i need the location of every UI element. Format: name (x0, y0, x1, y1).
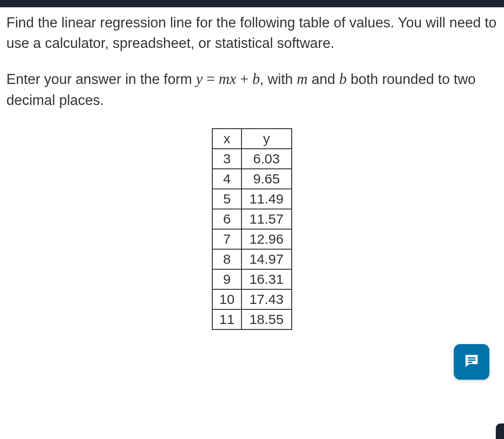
svg-rect-2 (468, 362, 472, 363)
eq-b: b (252, 71, 260, 87)
chat-icon (462, 352, 481, 372)
var-m: m (297, 71, 308, 87)
form-text-1: Enter your answer in the form (6, 71, 196, 87)
form-instruction: Enter your answer in the form y = mx + b… (6, 68, 498, 111)
table-row: 1118.55 (212, 309, 291, 329)
cell-x: 6 (212, 209, 241, 229)
cell-x: 9 (212, 269, 241, 289)
table-row: 814.97 (212, 249, 291, 269)
table-row: 36.03 (212, 149, 291, 169)
cell-y: 11.57 (242, 209, 292, 229)
table-row: 712.96 (212, 229, 291, 249)
cell-x: 5 (212, 189, 241, 209)
svg-rect-0 (468, 357, 476, 359)
cell-x: 7 (212, 229, 241, 249)
eq-y: y (196, 71, 203, 87)
eq-plus: + (236, 71, 252, 87)
top-bar (0, 0, 504, 7)
cell-y: 6.03 (242, 149, 292, 169)
form-text-2: , with (260, 71, 297, 87)
corner-decoration (496, 423, 504, 439)
cell-y: 17.43 (242, 289, 292, 309)
table-row: 49.65 (212, 169, 291, 189)
var-b: b (339, 71, 347, 87)
table-row: 916.31 (212, 269, 291, 289)
cell-y: 14.97 (242, 249, 292, 269)
form-text-3: and (308, 71, 339, 87)
header-y: y (242, 129, 292, 149)
cell-x: 3 (212, 149, 241, 169)
svg-rect-1 (468, 360, 476, 361)
cell-y: 9.65 (242, 169, 292, 189)
cell-y: 11.49 (242, 189, 292, 209)
eq-equals: = (203, 71, 219, 87)
table-wrapper: x y 36.0349.65511.49611.57712.96814.9791… (6, 128, 498, 330)
table-row: 511.49 (212, 189, 291, 209)
cell-x: 11 (212, 309, 241, 329)
cell-y: 16.31 (242, 269, 292, 289)
table-row: 611.57 (212, 209, 291, 229)
cell-x: 10 (212, 289, 241, 309)
header-x: x (212, 129, 241, 149)
instruction-text: Find the linear regression line for the … (6, 13, 498, 54)
cell-y: 18.55 (242, 309, 292, 329)
cell-x: 8 (212, 249, 241, 269)
table-row: 1017.43 (212, 289, 291, 309)
question-content: Find the linear regression line for the … (0, 7, 504, 330)
cell-x: 4 (212, 169, 241, 189)
eq-mx: mx (219, 71, 236, 87)
chat-button[interactable] (454, 344, 489, 380)
table-header-row: x y (212, 129, 291, 149)
cell-y: 12.96 (242, 229, 292, 249)
data-table: x y 36.0349.65511.49611.57712.96814.9791… (212, 128, 292, 330)
